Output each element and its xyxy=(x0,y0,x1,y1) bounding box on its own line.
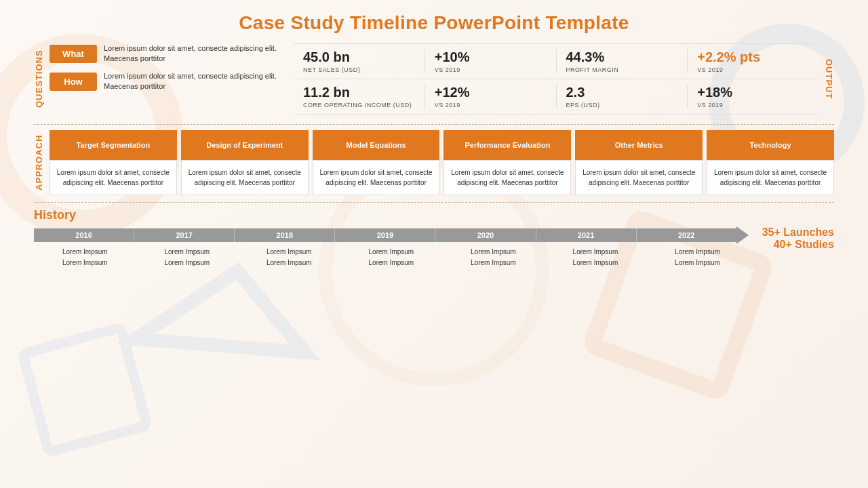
timeline-years: 2016201720182019202020212022 xyxy=(34,228,736,242)
metric-item-0-0: 45.0 bn NET SALES (USD) xyxy=(294,49,425,73)
timeline-arrow xyxy=(736,226,749,244)
year-data-text: Lorem Impsum xyxy=(340,258,443,268)
metrics-row-0: 45.0 bn NET SALES (USD) +10% Vs 2019 44.… xyxy=(294,43,818,79)
svg-marker-3 xyxy=(136,271,305,352)
year-segment-0: 2016 xyxy=(34,228,134,242)
year-data-text: Lorem Impsum xyxy=(136,247,239,258)
approach-col-3: Performance Evaluation Lorem ipsum dolor… xyxy=(443,130,571,195)
approach-col-1: Design of Experiment Lorem ipsum dolor s… xyxy=(181,130,309,195)
metric-label-1-1: Vs 2019 xyxy=(435,102,547,108)
top-section: Questions What Lorem ipsum dolor sit ame… xyxy=(34,43,834,115)
timeline-bar: 2016201720182019202020212022 xyxy=(34,226,749,244)
approach-header-1: Design of Experiment xyxy=(181,130,309,160)
question-badge-1: How xyxy=(50,73,97,91)
year-data-6: Lorem ImpsumLorem Impsum xyxy=(646,247,749,268)
timeline-main: 2016201720182019202020212022 Lorem Impsu… xyxy=(34,226,749,268)
section-divider xyxy=(34,124,834,125)
metric-label-1-2: EPS (USD) xyxy=(566,102,678,108)
question-text-1: Lorem ipsum dolor sit amet, consecte adi… xyxy=(104,71,280,92)
year-data-1: Lorem ImpsumLorem Impsum xyxy=(136,247,239,268)
year-data-3: Lorem ImpsumLorem Impsum xyxy=(340,247,443,268)
metric-value-1-0: 11.2 bn xyxy=(303,85,415,100)
svg-point-4 xyxy=(326,163,542,380)
timeline-stat-1: 40+ Studies xyxy=(774,239,834,251)
history-divider xyxy=(34,202,834,203)
slide: Case Study Timeline PowerPoint Template … xyxy=(0,0,868,488)
approach-header-5: Technology xyxy=(707,130,834,160)
metric-label-0-1: Vs 2019 xyxy=(435,66,547,73)
metric-value-0-1: +10% xyxy=(435,49,547,65)
year-data-text: Lorem Impsum xyxy=(34,258,136,268)
approach-body-2: Lorem ipsum dolor sit amet, consecte adi… xyxy=(313,160,440,195)
approach-header-2: Model Equations xyxy=(313,130,440,160)
approach-grid: Target Segmentation Lorem ipsum dolor si… xyxy=(50,130,834,195)
question-row-1: How Lorem ipsum dolor sit amet, consecte… xyxy=(50,71,280,92)
year-data-text: Lorem Impsum xyxy=(442,247,545,258)
metric-value-0-3: +2.2% pts xyxy=(697,49,809,65)
year-data-text: Lorem Impsum xyxy=(340,247,443,258)
year-data-5: Lorem ImpsumLorem Impsum xyxy=(545,247,647,268)
metric-label-1-3: Vs 2019 xyxy=(697,102,809,108)
metric-item-1-1: +12% Vs 2019 xyxy=(425,85,557,108)
approach-body-0: Lorem ipsum dolor sit amet, consecte adi… xyxy=(50,160,177,195)
metric-label-0-2: PROFIT MARGIN xyxy=(566,66,678,73)
year-segment-2: 2018 xyxy=(235,228,335,242)
year-segment-4: 2020 xyxy=(435,228,536,242)
approach-header-4: Other Metrics xyxy=(575,130,703,160)
metric-item-1-2: 2.3 EPS (USD) xyxy=(557,85,688,108)
approach-col-2: Model Equations Lorem ipsum dolor sit am… xyxy=(313,130,440,195)
approach-body-1: Lorem ipsum dolor sit amet, consecte adi… xyxy=(181,160,309,195)
year-data-text: Lorem Impsum xyxy=(442,258,545,268)
history-title: History xyxy=(34,208,834,222)
approach-body-5: Lorem ipsum dolor sit amet, consecte adi… xyxy=(707,160,834,195)
year-data-text: Lorem Impsum xyxy=(136,258,239,268)
questions-block: What Lorem ipsum dolor sit amet, consect… xyxy=(50,43,280,115)
timeline-data: Lorem ImpsumLorem ImpsumLorem ImpsumLore… xyxy=(34,247,749,268)
metric-item-1-0: 11.2 bn CORE OPERATING INCOME (USD) xyxy=(294,85,425,108)
year-segment-5: 2021 xyxy=(536,228,637,242)
metrics-row-1: 11.2 bn CORE OPERATING INCOME (USD) +12%… xyxy=(294,79,818,115)
approach-body-4: Lorem ipsum dolor sit amet, consecte adi… xyxy=(575,160,703,195)
question-row-0: What Lorem ipsum dolor sit amet, consect… xyxy=(50,43,280,64)
timeline-stat-0: 35+ Launches xyxy=(762,226,834,239)
year-data-2: Lorem ImpsumLorem Impsum xyxy=(238,247,340,268)
year-segment-1: 2017 xyxy=(134,228,235,242)
history-section: History 2016201720182019202020212022 Lor… xyxy=(34,208,834,268)
output-label: Output xyxy=(824,43,834,115)
metric-item-0-1: +10% Vs 2019 xyxy=(425,49,557,73)
metric-value-1-3: +18% xyxy=(697,85,809,100)
year-data-text: Lorem Impsum xyxy=(545,258,647,268)
approach-col-5: Technology Lorem ipsum dolor sit amet, c… xyxy=(707,130,834,195)
metric-item-1-3: +18% Vs 2019 xyxy=(688,85,818,108)
metric-item-0-2: 44.3% PROFIT MARGIN xyxy=(557,49,688,73)
approach-body-3: Lorem ipsum dolor sit amet, consecte adi… xyxy=(443,160,571,195)
metric-label-1-0: CORE OPERATING INCOME (USD) xyxy=(303,102,415,108)
year-data-text: Lorem Impsum xyxy=(238,247,340,258)
metric-label-0-3: Vs 2019 xyxy=(697,66,809,73)
approach-header-3: Performance Evaluation xyxy=(443,130,571,160)
year-data-text: Lorem Impsum xyxy=(34,247,136,258)
questions-label: Questions xyxy=(34,43,44,115)
approach-header-0: Target Segmentation xyxy=(50,130,177,160)
svg-rect-5 xyxy=(22,327,147,452)
timeline-stats: 35+ Launches40+ Studies xyxy=(762,226,834,251)
year-segment-3: 2019 xyxy=(335,228,435,242)
approach-section: Approach Target Segmentation Lorem ipsum… xyxy=(34,130,834,195)
approach-col-0: Target Segmentation Lorem ipsum dolor si… xyxy=(50,130,177,195)
metric-item-0-3: +2.2% pts Vs 2019 xyxy=(688,49,818,73)
timeline-container: 2016201720182019202020212022 Lorem Impsu… xyxy=(34,226,834,268)
approach-label: Approach xyxy=(34,130,44,195)
question-badge-0: What xyxy=(50,45,97,63)
metric-value-0-2: 44.3% xyxy=(566,49,678,65)
year-data-0: Lorem ImpsumLorem Impsum xyxy=(34,247,136,268)
metric-value-0-0: 45.0 bn xyxy=(303,49,415,65)
year-data-text: Lorem Impsum xyxy=(646,247,749,258)
year-data-text: Lorem Impsum xyxy=(238,258,340,268)
approach-col-4: Other Metrics Lorem ipsum dolor sit amet… xyxy=(575,130,703,195)
question-text-0: Lorem ipsum dolor sit amet, consecte adi… xyxy=(104,43,280,64)
metric-value-1-1: +12% xyxy=(435,85,547,100)
year-data-4: Lorem ImpsumLorem Impsum xyxy=(442,247,545,268)
metric-value-1-2: 2.3 xyxy=(566,85,678,100)
year-data-text: Lorem Impsum xyxy=(545,247,647,258)
metric-label-0-0: NET SALES (USD) xyxy=(303,66,415,73)
